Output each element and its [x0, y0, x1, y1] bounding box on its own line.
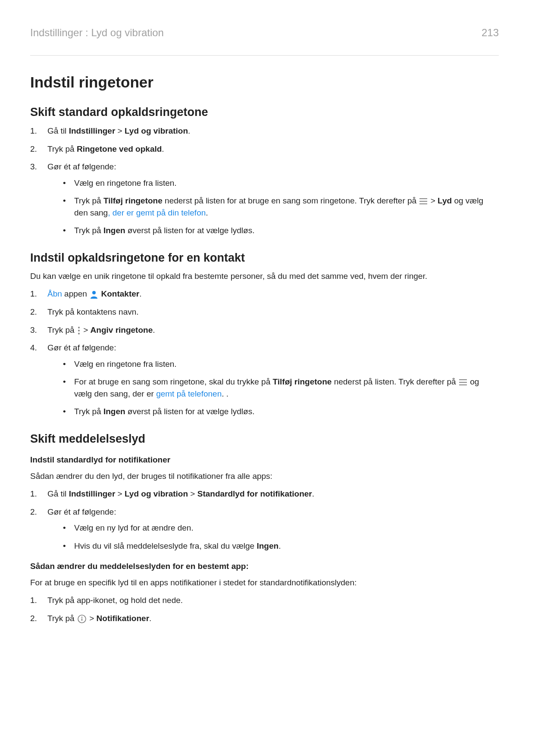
step-4-options: Vælg en ringetone fra listen. For at bru… [47, 358, 499, 418]
option-add-ringtone: Tryk på Tilføj ringetone nederst på list… [47, 195, 499, 219]
page-number: 213 [482, 27, 499, 39]
default-notification-intro: Sådan ændrer du den lyd, der bruges til … [30, 471, 499, 482]
svg-point-3 [92, 291, 96, 294]
link-open[interactable]: Åbn [47, 289, 62, 298]
link-settings[interactable]: Indstillinger [69, 489, 116, 498]
label-contacts-app: Kontakter [101, 289, 140, 298]
step-1: Tryk på app-ikonet, og hold det nede. [30, 594, 499, 606]
svg-point-6 [78, 333, 80, 334]
step-4: Gør ét af følgende: Vælg en ringetone fr… [30, 342, 499, 418]
app-notification-intro: For at bruge en specifik lyd til en apps… [30, 577, 499, 589]
steps-change-default-ringtone: Gå til Indstillinger > Lyd og vibration.… [30, 125, 499, 237]
option-select-from-list: Vælg en ringetone fra listen. [47, 358, 499, 370]
page-header: Indstillinger : Lyd og vibration 213 [30, 27, 499, 56]
option-none-silent: Tryk på Ingen øverst på listen for at væ… [47, 225, 499, 237]
step-3: Gør ét af følgende: Vælg en ringetone fr… [30, 161, 499, 237]
link-saved-on-phone[interactable]: gemt på telefonen [156, 389, 222, 398]
info-circle-icon [78, 615, 86, 623]
option-add-ringtone: For at bruge en sang som ringetone, skal… [47, 376, 499, 400]
steps-default-notification: Gå til Indstillinger > Lyd og vibration … [30, 488, 499, 552]
page-title: Indstil ringetoner [30, 74, 499, 91]
option-none-silent: Tryk på Ingen øverst på listen for at væ… [47, 406, 499, 418]
svg-point-11 [81, 616, 83, 618]
link-saved-on-phone[interactable]: , der er gemt på din telefon [108, 208, 206, 217]
contact-ringtone-intro: Du kan vælge en unik ringetone til opkal… [30, 271, 499, 282]
step-2: Tryk på kontaktens navn. [30, 306, 499, 318]
contacts-app-icon [90, 290, 98, 299]
step-2: Tryk på > Notifikationer. [30, 612, 499, 625]
step-2: Gør ét af følgende: Vælg en ny lyd for a… [30, 506, 499, 552]
hamburger-menu-icon [459, 379, 467, 385]
label-set-ringtone: Angiv ringetone [91, 325, 153, 334]
option-select-new-sound: Vælg en ny lyd for at ændre den. [47, 522, 499, 534]
steps-app-notification: Tryk på app-ikonet, og hold det nede. Tr… [30, 594, 499, 624]
section-title-change-default-ringtone: Skift standard opkaldsringetone [30, 106, 499, 119]
subsection-default-notification-sound: Indstil standardlyd for notifikationer [30, 455, 499, 465]
step-2: Tryk på Ringetone ved opkald. [30, 143, 499, 155]
steps-contact-ringtone: Åbn appen Kontakter. Tryk på kontaktens … [30, 288, 499, 417]
section-title-notification-sound: Skift meddelelseslyd [30, 432, 499, 446]
section-title-contact-ringtone: Indstil opkaldsringetone for en kontakt [30, 251, 499, 265]
svg-point-4 [78, 327, 80, 328]
option-select-from-list: Vælg en ringetone fra listen. [47, 177, 499, 189]
step-1: Åbn appen Kontakter. [30, 288, 499, 300]
label-notifications: Notifikationer [97, 614, 149, 623]
step-1: Gå til Indstillinger > Lyd og vibration … [30, 488, 499, 500]
label-call-ringtone: Ringetone ved opkald [77, 144, 162, 153]
step-1: Gå til Indstillinger > Lyd og vibration. [30, 125, 499, 137]
step-2-options: Vælg en ny lyd for at ændre den. Hvis du… [47, 522, 499, 552]
svg-point-5 [78, 330, 80, 331]
overflow-menu-icon [78, 326, 80, 335]
hamburger-menu-icon [419, 198, 427, 204]
label-sound-vibration: Lyd og vibration [125, 126, 188, 135]
svg-rect-12 [81, 618, 82, 621]
link-settings[interactable]: Indstillinger [69, 126, 116, 135]
page: Indstillinger : Lyd og vibration 213 Ind… [0, 0, 535, 756]
option-disable-sound: Hvis du vil slå meddelelseslyde fra, ska… [47, 540, 499, 552]
breadcrumb: Indstillinger : Lyd og vibration [30, 27, 164, 39]
step-3-options: Vælg en ringetone fra listen. Tryk på Ti… [47, 177, 499, 237]
subsection-app-notification-sound: Sådan ændrer du meddelelseslyden for en … [30, 562, 499, 571]
step-3: Tryk på > Angiv ringetone. [30, 324, 499, 336]
